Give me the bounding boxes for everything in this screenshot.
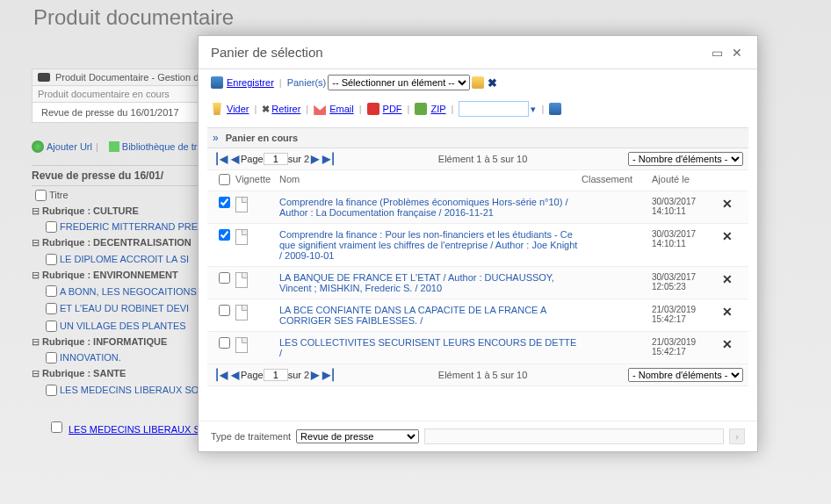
- add-url-link[interactable]: Ajouter Url: [47, 141, 92, 152]
- clear-selection-icon[interactable]: ✖: [488, 76, 497, 90]
- row-checkbox[interactable]: [219, 229, 230, 241]
- next-page-icon[interactable]: ▶: [311, 153, 319, 165]
- row-title-link[interactable]: LA BANQUE DE FRANCE ET L'ETAT / Author :…: [279, 272, 554, 293]
- row-delete-icon[interactable]: ✕: [722, 337, 743, 351]
- modal-footer: Type de traitement Revue de presse ›: [199, 421, 757, 451]
- row-checkbox[interactable]: [219, 272, 230, 284]
- email-link[interactable]: Email: [329, 104, 354, 114]
- row-title-link[interactable]: Comprendre la finance (Problèmes économi…: [279, 197, 567, 218]
- page-total-b: sur 2: [288, 370, 309, 380]
- grid-select-all[interactable]: [219, 174, 230, 185]
- add-url-icon[interactable]: [32, 140, 44, 153]
- prev-page-icon[interactable]: ◀: [231, 153, 239, 165]
- treatment-select[interactable]: Revue de presse: [296, 429, 419, 443]
- grid-row: Comprendre la finance (Problèmes économi…: [207, 191, 748, 224]
- zip-link[interactable]: ZIP: [430, 104, 445, 114]
- row-date: 30/03/201714:10:11: [652, 229, 722, 248]
- panel-header-text: Produit Documentaire - Gestion des: [55, 72, 209, 83]
- page-input[interactable]: [264, 153, 288, 165]
- page-label-b: Page: [241, 370, 264, 380]
- grid-row: LA BANQUE DE FRANCE ET L'ETAT / Author :…: [207, 267, 748, 299]
- prev-page-icon-b[interactable]: ◀: [231, 369, 239, 381]
- tree-item-link[interactable]: UN VILLAGE DES PLANTES: [60, 320, 186, 331]
- page-label: Page: [241, 154, 264, 164]
- col-classement: Classement: [582, 174, 652, 187]
- camera-icon: [38, 73, 50, 82]
- paniers-select[interactable]: -- Sélectionner un élément --: [328, 75, 470, 90]
- modal-toolbar-1: Enregistrer | Panier(s) -- Sélectionner …: [199, 69, 757, 96]
- next-page-icon-b[interactable]: ▶: [311, 369, 319, 381]
- document-icon: [235, 229, 248, 245]
- pdf-icon[interactable]: [367, 103, 379, 115]
- filter-input[interactable]: [459, 101, 529, 117]
- tree-item-link[interactable]: FREDERIC MITTERRAND PRE: [60, 221, 198, 232]
- basket-grid: » Panier en cours ⎮◀ ◀ Page sur 2 ▶ ▶⎮ E…: [207, 127, 748, 386]
- last-page-icon-b[interactable]: ▶⎮: [322, 369, 336, 381]
- library-icon[interactable]: [109, 141, 119, 152]
- tree-item-link[interactable]: ET L'EAU DU ROBINET DEVI: [60, 303, 189, 313]
- tree-item-link[interactable]: LE DIPLOME ACCROIT LA SI: [60, 254, 189, 264]
- row-checkbox[interactable]: [51, 421, 62, 433]
- row-delete-icon[interactable]: ✕: [722, 197, 743, 211]
- pdf-link[interactable]: PDF: [383, 104, 402, 114]
- tree-item-link[interactable]: INNOVATION.: [60, 352, 121, 363]
- page-title: Produit documentaire: [33, 5, 234, 30]
- document-icon: [235, 305, 248, 320]
- close-icon[interactable]: ✕: [729, 46, 745, 60]
- remove-link[interactable]: Retirer: [271, 104, 300, 114]
- tree-item-checkbox[interactable]: [46, 303, 57, 314]
- row-checkbox[interactable]: [219, 305, 230, 316]
- col-ajoute: Ajouté le: [652, 174, 722, 187]
- tree-item-checkbox[interactable]: [46, 285, 57, 297]
- zip-icon[interactable]: [415, 103, 427, 115]
- last-page-icon[interactable]: ▶⎮: [322, 153, 336, 165]
- open-folder-icon[interactable]: [472, 76, 484, 89]
- col-vignette: Vignette: [235, 174, 279, 187]
- row-checkbox[interactable]: [219, 337, 230, 349]
- save-icon[interactable]: [211, 76, 223, 89]
- treatment-input[interactable]: [424, 428, 724, 444]
- maximize-icon[interactable]: ▭: [710, 46, 726, 60]
- document-icon: [235, 197, 248, 212]
- empty-link[interactable]: Vider: [227, 104, 249, 114]
- tree-item-checkbox[interactable]: [46, 352, 57, 364]
- row-date: 21/03/201915:42:17: [652, 305, 722, 324]
- perpage-select[interactable]: - Nombre d'éléments -: [628, 152, 743, 166]
- row-title-link[interactable]: LES COLLECTIVITES SECURISENT LEURS ENCOU…: [279, 337, 576, 358]
- row-delete-icon[interactable]: ✕: [722, 272, 743, 286]
- row-title-link[interactable]: Comprendre la finance : Pour les non-fin…: [279, 229, 577, 261]
- tree-item-checkbox[interactable]: [46, 320, 57, 332]
- first-page-icon[interactable]: ⎮◀: [214, 153, 228, 165]
- row-delete-icon[interactable]: ✕: [722, 229, 743, 243]
- treatment-go-button[interactable]: ›: [729, 428, 745, 444]
- row-checkbox[interactable]: [219, 197, 230, 208]
- column-titre: Titre: [49, 190, 69, 200]
- row-title-link[interactable]: LA BCE CONFIANTE DANS LA CAPACITE DE LA …: [279, 305, 546, 326]
- modal-toolbar-2: Vider | ✖ Retirer | Email | PDF | ZIP | …: [199, 96, 757, 122]
- page-total: sur 2: [288, 154, 309, 164]
- treatment-label: Type de traitement: [211, 431, 291, 442]
- tree-item-checkbox[interactable]: [46, 221, 57, 233]
- tree-item-checkbox[interactable]: [46, 385, 57, 396]
- empty-icon[interactable]: [211, 103, 223, 115]
- row-date: 30/03/201712:05:23: [652, 272, 722, 292]
- remove-icon[interactable]: ✖: [262, 104, 270, 115]
- col-nom: Nom: [279, 174, 582, 187]
- row-date: 30/03/201714:10:11: [652, 197, 722, 216]
- perpage-select-b[interactable]: - Nombre d'éléments -: [628, 368, 743, 382]
- page-input-b[interactable]: [264, 369, 288, 381]
- collapse-icon[interactable]: »: [213, 132, 219, 144]
- tree-item-checkbox[interactable]: [46, 254, 57, 265]
- row-date: 21/03/201915:42:17: [652, 337, 722, 356]
- grid-row: LA BCE CONFIANTE DANS LA CAPACITE DE LA …: [207, 299, 748, 332]
- document-icon: [235, 272, 248, 288]
- email-icon[interactable]: [314, 103, 326, 115]
- row-delete-icon[interactable]: ✕: [722, 305, 743, 319]
- disk-icon[interactable]: [549, 103, 561, 115]
- filter-dropdown-icon[interactable]: ▾: [531, 104, 536, 115]
- range-label: Elément 1 à 5 sur 10: [337, 154, 628, 164]
- first-page-icon-b[interactable]: ⎮◀: [214, 369, 228, 381]
- save-link[interactable]: Enregistrer: [227, 77, 274, 88]
- grid-row: LES COLLECTIVITES SECURISENT LEURS ENCOU…: [207, 332, 748, 364]
- select-all-checkbox[interactable]: [35, 190, 47, 201]
